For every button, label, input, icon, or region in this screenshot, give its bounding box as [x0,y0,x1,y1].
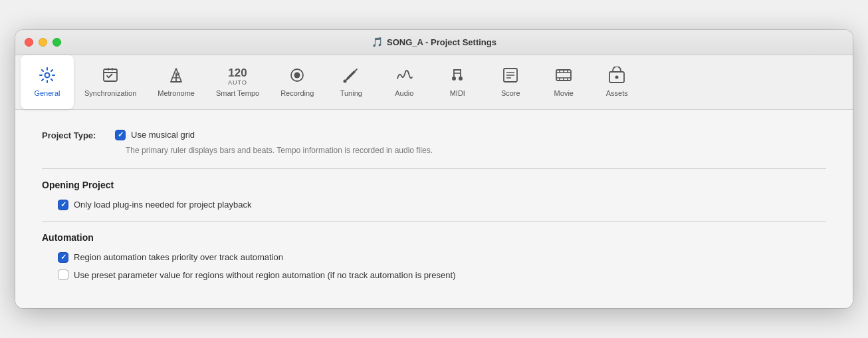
close-button[interactable] [25,38,33,47]
project-type-label: Project Type: [42,130,115,140]
use-musical-grid-label: Use musical grid [131,130,195,140]
tab-general[interactable]: General [21,55,74,109]
svg-point-11 [344,80,347,83]
use-preset-checkbox[interactable] [58,269,68,280]
tab-tuning[interactable]: Tuning [324,55,378,109]
audio-label: Audio [395,89,413,97]
assets-label: Assets [606,89,628,97]
smart-tempo-label: Smart Tempo [216,89,259,97]
tab-recording[interactable]: Recording [270,55,324,109]
titlebar: 🎵 SONG_A - Project Settings [15,30,853,55]
toolbar: General Synchronization [15,55,853,110]
tuning-icon [342,67,360,86]
tuning-label: Tuning [340,89,362,97]
only-load-plugins-checkbox[interactable]: ✓ [58,200,68,210]
score-icon [502,67,519,86]
use-preset-row: Use preset parameter value for regions w… [58,269,826,281]
recording-icon [288,67,306,86]
sync-icon [102,67,119,86]
musical-grid-hint: The primary ruler displays bars and beat… [126,146,826,155]
tab-metronome[interactable]: Metronome [147,55,205,109]
opening-project-section: ✓ Only load plug-ins needed for project … [58,200,826,210]
opening-project-heading: Opening Project [42,180,826,190]
automation-heading: Automation [42,232,826,243]
tab-movie[interactable]: Movie [537,55,590,109]
svg-point-32 [615,76,619,79]
assets-icon [608,67,625,86]
only-load-plugins-row: ✓ Only load plug-ins needed for project … [58,200,826,210]
project-type-row: Project Type: ✓ Use musical grid [42,130,826,140]
tab-score[interactable]: Score [484,55,537,109]
automation-section: ✓ Region automation takes priority over … [58,252,826,281]
checkmark: ✓ [60,201,66,208]
divider-1 [42,168,826,169]
general-icon [39,67,56,86]
general-label: General [34,89,60,97]
metronome-label: Metronome [158,89,195,97]
main-window: 🎵 SONG_A - Project Settings General [15,30,853,308]
window-title-text: SONG_A - Project Settings [387,37,496,47]
divider-2 [42,221,826,222]
use-musical-grid-row: ✓ Use musical grid [115,130,195,140]
movie-icon [555,67,572,86]
movie-label: Movie [554,89,574,97]
content-area: Project Type: ✓ Use musical grid The pri… [15,110,853,308]
midi-label: MIDI [450,89,465,97]
minimize-button[interactable] [39,38,47,47]
svg-line-10 [348,72,354,79]
window-title: 🎵 SONG_A - Project Settings [372,37,496,47]
tab-midi[interactable]: MIDI [431,55,484,109]
audio-icon [395,67,413,86]
traffic-lights [25,38,61,47]
tab-smart-tempo[interactable]: 120 AUTO Smart Tempo [205,55,270,109]
score-label: Score [501,89,520,97]
window-icon: 🎵 [372,37,383,47]
metronome-icon [167,67,185,86]
region-automation-checkbox[interactable]: ✓ [58,252,68,263]
svg-point-0 [45,73,50,78]
checkmark: ✓ [60,254,66,261]
tab-assets[interactable]: Assets [590,55,643,109]
tab-synchronization[interactable]: Synchronization [74,55,147,109]
recording-label: Recording [280,89,314,97]
svg-point-12 [452,77,456,81]
maximize-button[interactable] [53,38,61,47]
sync-label: Synchronization [84,89,136,97]
use-musical-grid-checkbox[interactable]: ✓ [115,130,126,140]
midi-icon [449,67,466,86]
only-load-plugins-label: Only load plug-ins needed for project pl… [74,200,251,210]
region-automation-label: Region automation takes priority over tr… [74,252,283,262]
region-automation-row: ✓ Region automation takes priority over … [58,252,826,263]
svg-point-8 [294,73,300,79]
svg-point-13 [459,77,463,81]
use-preset-label: Use preset parameter value for regions w… [74,269,455,281]
tab-audio[interactable]: Audio [378,55,431,109]
checkmark: ✓ [118,131,124,138]
smart-tempo-icon-group: 120 AUTO [228,67,247,86]
